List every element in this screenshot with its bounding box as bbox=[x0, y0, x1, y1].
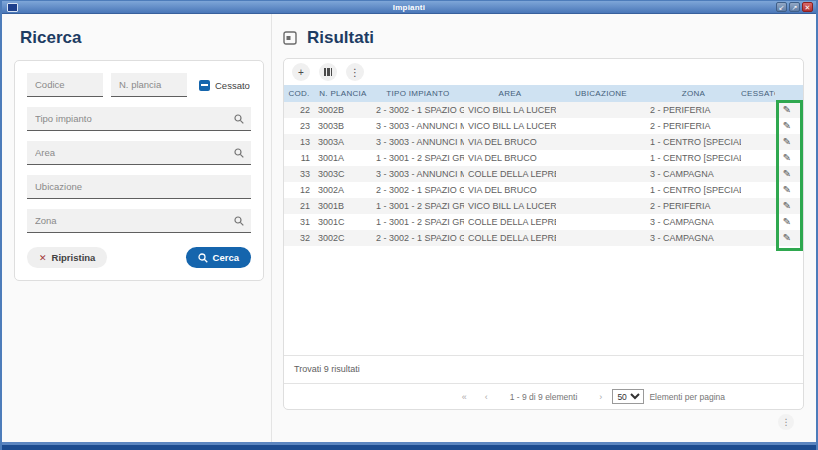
search-button[interactable]: Cerca bbox=[186, 247, 251, 268]
cell-area: VIA DEL BRUCO bbox=[464, 134, 556, 150]
edit-icon[interactable]: ✎ bbox=[783, 118, 791, 134]
edit-icon[interactable]: ✎ bbox=[783, 166, 791, 182]
cell-zona: 1 - CENTRO [SPECIALE] bbox=[646, 182, 741, 198]
first-page-button[interactable]: « bbox=[460, 392, 469, 402]
cell-ubicazione bbox=[556, 150, 646, 166]
cell-ubicazione bbox=[556, 102, 646, 118]
search-form-buttons: ✕ Ripristina Cerca bbox=[27, 247, 251, 268]
titlebar: Impianti ↙ ↗ ✕ bbox=[2, 1, 816, 14]
search-icon[interactable] bbox=[234, 148, 244, 158]
table-row[interactable]: 33 3003C 3 - 3003 - ANNUNCI MOR… COLLE D… bbox=[284, 166, 803, 182]
cell-cod: 22 bbox=[284, 102, 314, 118]
cell-zona: 2 - PERIFERIA bbox=[646, 198, 741, 214]
columns-icon bbox=[324, 68, 332, 76]
ubicazione-field bbox=[27, 175, 251, 199]
table-row[interactable]: 11 3001A 1 - 3001 - 2 SPAZI GRANDI VIA D… bbox=[284, 150, 803, 166]
column-header-cessato[interactable]: CESSATO bbox=[741, 85, 775, 102]
edit-icon[interactable]: ✎ bbox=[783, 182, 791, 198]
cell-cessato bbox=[741, 102, 775, 118]
edit-icon[interactable]: ✎ bbox=[783, 150, 791, 166]
window-content: Ricerca Cessato bbox=[2, 14, 816, 442]
tipo-impianto-input[interactable] bbox=[27, 107, 251, 131]
cessato-checkbox[interactable] bbox=[199, 80, 210, 91]
columns-button[interactable] bbox=[319, 63, 337, 81]
cell-plancia: 3003B bbox=[314, 118, 372, 134]
edit-icon[interactable]: ✎ bbox=[783, 230, 791, 246]
window-controls: ↙ ↗ ✕ bbox=[776, 2, 813, 12]
results-heading: Risultati bbox=[283, 28, 816, 48]
cell-cessato bbox=[741, 198, 775, 214]
search-icon[interactable] bbox=[234, 114, 244, 124]
cell-plancia: 3001C bbox=[314, 214, 372, 230]
per-page-group: 50 Elementi per pagina bbox=[612, 389, 725, 404]
area-input[interactable] bbox=[27, 141, 251, 165]
cell-tipo: 2 - 3002 - 1 SPAZIO GRAN… bbox=[372, 182, 464, 198]
cell-plancia: 3002B bbox=[314, 102, 372, 118]
cell-area: COLLE DELLA LEPRE MA… bbox=[464, 230, 556, 246]
column-header-ubicazione[interactable]: UBICAZIONE bbox=[556, 85, 646, 102]
codice-input[interactable] bbox=[27, 73, 103, 97]
area-field bbox=[27, 141, 251, 165]
cell-tipo: 1 - 3001 - 2 SPAZI GRANDI bbox=[372, 214, 464, 230]
cell-cessato bbox=[741, 118, 775, 134]
zona-input[interactable] bbox=[27, 209, 251, 233]
cell-ubicazione bbox=[556, 118, 646, 134]
results-panel: Risultati + ⋮ COD. N. PLANCIA TIPO IMPIA… bbox=[272, 14, 816, 442]
edit-icon[interactable]: ✎ bbox=[783, 102, 791, 118]
cell-zona: 3 - CAMPAGNA bbox=[646, 166, 741, 182]
cell-area: VICO BILL LA LUCERTOLA bbox=[464, 198, 556, 214]
codice-plancia-row: Cessato bbox=[27, 73, 251, 97]
results-title: Risultati bbox=[307, 28, 374, 48]
maximize-button[interactable]: ↗ bbox=[789, 2, 800, 12]
cell-plancia: 3002A bbox=[314, 182, 372, 198]
table-row[interactable]: 31 3001C 1 - 3001 - 2 SPAZI GRANDI COLLE… bbox=[284, 214, 803, 230]
cell-ubicazione bbox=[556, 230, 646, 246]
app-window: Impianti ↙ ↗ ✕ Ricerca Cessato bbox=[0, 0, 818, 450]
cell-plancia: 3002C bbox=[314, 230, 372, 246]
page-more-options-button[interactable]: ⋮ bbox=[778, 414, 794, 430]
reset-button[interactable]: ✕ Ripristina bbox=[27, 247, 107, 268]
column-header-area[interactable]: AREA bbox=[464, 85, 556, 102]
table-row[interactable]: 22 3002B 2 - 3002 - 1 SPAZIO GRAN… VICO … bbox=[284, 102, 803, 118]
cell-cod: 32 bbox=[284, 230, 314, 246]
table-row[interactable]: 32 3002C 2 - 3002 - 1 SPAZIO GRAN… COLLE… bbox=[284, 230, 803, 246]
search-button-label: Cerca bbox=[213, 252, 239, 263]
cessato-label: Cessato bbox=[215, 80, 250, 91]
cell-tipo: 3 - 3003 - ANNUNCI MOR… bbox=[372, 166, 464, 182]
more-options-button[interactable]: ⋮ bbox=[346, 63, 364, 81]
table-row[interactable]: 21 3001B 1 - 3001 - 2 SPAZI GRANDI VICO … bbox=[284, 198, 803, 214]
search-icon[interactable] bbox=[234, 216, 244, 226]
cell-area: VICO BILL LA LUCERTOLA bbox=[464, 118, 556, 134]
cell-area: VIA DEL BRUCO bbox=[464, 182, 556, 198]
zona-field bbox=[27, 209, 251, 233]
tipo-impianto-field bbox=[27, 107, 251, 131]
close-button[interactable]: ✕ bbox=[802, 2, 813, 12]
next-page-button[interactable]: › bbox=[597, 392, 604, 402]
edit-icon[interactable]: ✎ bbox=[783, 198, 791, 214]
cell-cod: 21 bbox=[284, 198, 314, 214]
plancia-input[interactable] bbox=[111, 73, 187, 97]
cell-zona: 3 - CAMPAGNA bbox=[646, 230, 741, 246]
results-icon bbox=[283, 31, 297, 45]
grid-empty-space bbox=[284, 246, 803, 355]
cell-ubicazione bbox=[556, 198, 646, 214]
column-header-plancia[interactable]: N. PLANCIA bbox=[314, 85, 372, 102]
add-button[interactable]: + bbox=[292, 63, 310, 81]
table-row[interactable]: 12 3002A 2 - 3002 - 1 SPAZIO GRAN… VIA D… bbox=[284, 182, 803, 198]
search-panel-title: Ricerca bbox=[20, 28, 271, 48]
column-header-tipo[interactable]: TIPO IMPIANTO bbox=[372, 85, 464, 102]
table-row[interactable]: 23 3003B 3 - 3003 - ANNUNCI MOR… VICO BI… bbox=[284, 118, 803, 134]
column-header-zona[interactable]: ZONA bbox=[646, 85, 741, 102]
column-header-cod[interactable]: COD. bbox=[284, 85, 314, 102]
cell-plancia: 3001B bbox=[314, 198, 372, 214]
table-row[interactable]: 13 3003A 3 - 3003 - ANNUNCI MOR… VIA DEL… bbox=[284, 134, 803, 150]
cell-ubicazione bbox=[556, 134, 646, 150]
ubicazione-input[interactable] bbox=[27, 175, 251, 199]
prev-page-button[interactable]: ‹ bbox=[483, 392, 490, 402]
edit-icon[interactable]: ✎ bbox=[783, 134, 791, 150]
edit-icon[interactable]: ✎ bbox=[783, 214, 791, 230]
cell-tipo: 1 - 3001 - 2 SPAZI GRANDI bbox=[372, 198, 464, 214]
per-page-select[interactable]: 50 bbox=[612, 389, 644, 404]
minimize-button[interactable]: ↙ bbox=[776, 2, 787, 12]
cell-cod: 33 bbox=[284, 166, 314, 182]
